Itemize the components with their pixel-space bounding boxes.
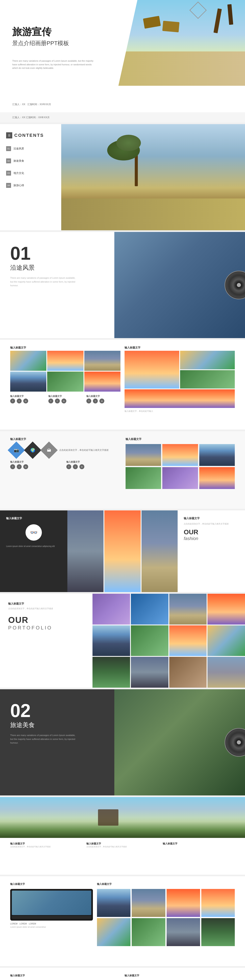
cover-photo xyxy=(118,0,245,86)
pp8 xyxy=(207,625,245,656)
laptop-body xyxy=(10,889,93,921)
pan-desc2: 点击此处添加文字，单击此处可输入相关文字描述 xyxy=(86,845,158,848)
photo-1 xyxy=(10,351,46,371)
contents-item-4: 04 旅游心得 xyxy=(6,181,55,189)
pan-col2: 输入标题文字 点击此处添加文字，单击此处可输入相关文字描述 xyxy=(86,842,158,848)
photo-sm-2 xyxy=(180,370,235,389)
photo-4 xyxy=(10,372,46,391)
photo-grid-3 xyxy=(126,444,235,489)
photo-grid-2 xyxy=(124,351,235,408)
tw2-icon: t xyxy=(55,399,60,403)
fp3 xyxy=(167,889,200,917)
mountain-photo xyxy=(142,511,178,592)
laptop-left: 输入标题文字 LOREM LOREM LOREM Lorem ipsum dol… xyxy=(10,882,93,946)
section01-desc: There are many variations of passages of… xyxy=(10,276,76,288)
cover-main-title: 旅游宣传 景点介绍画册PPT模板 xyxy=(12,27,69,47)
social-d2: f t in xyxy=(66,464,119,469)
diamond-row: 📷 🌍 🏔 点击此处添加文字，单击此处可输入相关文字描述 xyxy=(10,444,119,456)
city-photo xyxy=(67,511,103,592)
fb2-icon: f xyxy=(48,399,53,403)
pan-label1: 输入标题文字 xyxy=(10,842,82,845)
diamond-3: 🏔 xyxy=(40,442,58,459)
pp4 xyxy=(207,594,245,625)
tree-photo xyxy=(61,124,245,230)
in-icon: in xyxy=(23,399,28,403)
cover-bottom-bar: 汇报人：XX 汇报时间：XX年XX月 xyxy=(0,112,245,123)
section01-num: 01 xyxy=(10,244,104,262)
dsub2: 输入标题文字 f t in xyxy=(66,460,119,469)
social-d1: f t in xyxy=(10,464,63,469)
slide4-content: 输入标题文字 输入标题文字 f t in xyxy=(0,340,245,423)
section02-desc: There are many variations of passages of… xyxy=(10,733,76,745)
diamond-text: 点击此处添加文字，单击此处可输入相关文字描述 xyxy=(59,449,119,452)
diamond-1: 📷 xyxy=(8,442,25,459)
porto-desc: 点击此处添加文字，单击此处可输入相关文字描述 xyxy=(8,607,84,610)
title-line2: 景点介绍画册PPT模板 xyxy=(12,40,69,47)
slide-photo-grid-1: 输入标题文字 输入标题文字 f t in xyxy=(0,340,245,430)
pp7 xyxy=(169,625,207,656)
circles-row: 输入标题文字 输入标题文字 点击此处添加文字，单击此处可输入相关文字描述 xyxy=(10,974,235,980)
photo-2 xyxy=(47,351,83,371)
s2: t xyxy=(17,464,22,469)
diamond-2: 🌍 xyxy=(24,442,41,459)
panoramic-bottom: 输入标题文字 点击此处添加文字，单击此处可输入相关文字描述 输入标题文字 点击此… xyxy=(0,838,245,852)
fb-icon: f xyxy=(10,399,15,403)
lorem-dark: Lorem ipsum dolor sit amet consectetur a… xyxy=(6,545,61,548)
pan-label2: 输入标题文字 xyxy=(86,842,158,845)
laptop-stats: LOREM LOREM LOREM xyxy=(10,923,93,925)
input-label-2: 输入标题文字 xyxy=(124,346,235,350)
section02-left: 02 旅途美食 There are many variations of pas… xyxy=(0,689,115,795)
input-label-1: 输入标题文字 xyxy=(10,346,121,350)
sub-title3: 输入标题文字 xyxy=(86,395,121,398)
diamond-col2: 输入标题文字 xyxy=(126,438,235,489)
section02-title: 旅途美食 xyxy=(10,721,104,729)
pan-desc1: 点击此处添加文字，单击此处可输入相关文字描述 xyxy=(10,845,82,848)
in2-icon: in xyxy=(62,399,66,403)
section02-right xyxy=(115,689,245,795)
contents-header: ☰ CONTENTS xyxy=(6,132,55,138)
sub-title2: 输入标题文字 xyxy=(48,395,83,398)
portofolio-content: 输入标题文字 点击此处添加文字，单击此处可输入相关文字描述 OUR PORTOF… xyxy=(0,594,245,687)
section01-left: 01 沿途风景 There are many variations of pas… xyxy=(0,232,115,338)
sub-col1: 输入标题文字 f t in xyxy=(10,395,44,403)
pan-label3: 输入标题文字 xyxy=(163,842,235,845)
item-num-4: 04 xyxy=(6,183,11,188)
sub-col2: 输入标题文字 f t in xyxy=(48,395,83,403)
slide-section02: 02 旅途美食 There are many variations of pas… xyxy=(0,689,245,795)
laptop-right-label: 输入标题文字 xyxy=(97,882,235,886)
item-num-2: 02 xyxy=(6,158,11,163)
contents-item-2: 02 旅途美食 xyxy=(6,157,55,165)
dsub2-label: 输入标题文字 xyxy=(66,460,119,463)
fp1 xyxy=(97,889,130,917)
photo-grid-1 xyxy=(10,351,121,391)
pan-col1: 输入标题文字 点击此处添加文字，单击此处可输入相关文字描述 xyxy=(10,842,82,848)
p6 xyxy=(199,467,235,489)
contents-left: ☰ CONTENTS 01 沿途风景 02 旅途美食 03 地方文化 04 旅游… xyxy=(0,124,61,230)
slide-portofolio: 输入标题文字 点击此处添加文字，单击此处可输入相关文字描述 OUR PORTOF… xyxy=(0,594,245,687)
d-label-1: 输入标题文字 xyxy=(10,438,119,441)
section02-num: 02 xyxy=(10,702,104,720)
photo-sm-1 xyxy=(180,351,235,369)
circles-content: 输入标题文字 输入标题文字 点击此处添加文字，单击此处可输入相关文字描述 xyxy=(0,968,245,980)
p2 xyxy=(162,444,198,466)
item-label-2: 旅途美食 xyxy=(13,159,24,163)
sub-title1: 输入标题文字 xyxy=(10,395,44,398)
circles-left: 输入标题文字 输入标题文字 点击此处添加文字，单击此处可输入相关文字描述 xyxy=(10,974,121,980)
p3 xyxy=(199,444,235,466)
pp5 xyxy=(92,625,130,656)
food-photo-grid xyxy=(97,889,235,946)
portofolio-left: 输入标题文字 点击此处添加文字，单击此处可输入相关文字描述 OUR PORTOF… xyxy=(0,594,92,687)
reporter-info: 汇报人：XX 汇报时间：XX年XX月 xyxy=(12,103,51,106)
fp8 xyxy=(201,918,235,946)
pp1 xyxy=(92,594,130,625)
fashion-label: fashion xyxy=(184,536,239,541)
slide-diamond-row: 输入标题文字 📷 🌍 🏔 点击此处添加文字，单击此处可输入相关文字描述 xyxy=(0,431,245,509)
fp2 xyxy=(132,889,165,917)
tw3-icon: t xyxy=(93,399,98,403)
contents-item-3: 03 地方文化 xyxy=(6,169,55,177)
dsub1-label: 输入标题文字 xyxy=(10,460,63,463)
s6: in xyxy=(80,464,84,469)
fp5 xyxy=(97,918,130,946)
p5 xyxy=(162,467,198,489)
section01-right xyxy=(115,232,245,338)
